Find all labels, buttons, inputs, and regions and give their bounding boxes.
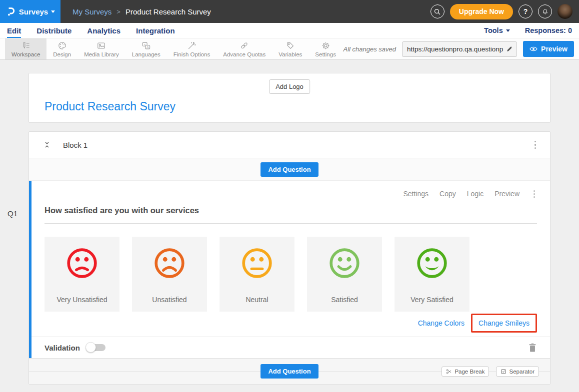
save-status: All changes saved (344, 45, 396, 53)
add-question-button-bottom[interactable]: Add Question (260, 364, 318, 379)
collapse-block-button[interactable] (41, 139, 53, 151)
question-text[interactable]: How satisfied are you with our services (44, 206, 537, 224)
smiley-label: Satisfied (331, 296, 358, 304)
svg-text:A: A (146, 45, 148, 48)
toolbar-item-label: Media Library (84, 51, 119, 57)
editor-toolbar: Workspace Design Media Library xA Langua… (0, 38, 579, 60)
survey-editor-page: Surveys My Surveys > Product Research Su… (0, 0, 579, 392)
search-icon (434, 8, 441, 15)
add-logo-button[interactable]: Add Logo (269, 79, 310, 94)
smiley-face-icon (153, 247, 186, 280)
toolbar-item-advance-quotas[interactable]: Advance Quotas (216, 38, 272, 59)
eye-icon (530, 46, 538, 52)
delete-question-button[interactable] (528, 343, 537, 353)
smiley-label: Very Unsatisfied (56, 296, 107, 304)
question-copy-link[interactable]: Copy (440, 190, 456, 198)
tab-distribute[interactable]: Distribute (36, 23, 72, 38)
trash-icon (528, 343, 537, 353)
bell-icon (542, 8, 549, 15)
toolbar-item-settings[interactable]: Settings (308, 38, 342, 59)
question-actions: Settings Copy Logic Preview (44, 189, 537, 199)
tools-dropdown[interactable]: Tools (484, 26, 510, 34)
tab-analytics[interactable]: Analytics (87, 23, 120, 38)
smiley-option[interactable]: Very Unsatisfied (44, 237, 120, 312)
nav-tabs: Edit Distribute Analytics Integration (7, 23, 175, 38)
toolbar-item-media-library[interactable]: Media Library (78, 38, 126, 59)
scissors-icon (446, 369, 452, 375)
change-colors-link[interactable]: Change Colors (418, 319, 464, 327)
question-card: Settings Copy Logic Preview How satisfie… (29, 181, 550, 358)
product-menu[interactable]: Surveys (0, 0, 60, 23)
questionpro-logo-icon (6, 6, 16, 16)
toolbar-item-variables[interactable]: Variables (272, 38, 308, 59)
smiley-option[interactable]: Neutral (220, 237, 294, 312)
smiley-row: Very Unsatisfied Unsatisfied Neutral Sat… (44, 237, 537, 312)
toolbar-item-languages[interactable]: xA Languages (126, 38, 167, 59)
breadcrumb-separator: > (116, 8, 120, 15)
question-menu-kebab-icon[interactable] (532, 188, 537, 200)
page-break-button[interactable]: Page Break (442, 367, 489, 377)
block-menu-kebab-icon[interactable] (532, 139, 538, 151)
search-button[interactable] (430, 4, 444, 18)
smiley-face-icon (416, 247, 448, 280)
tools-label: Tools (484, 26, 503, 34)
add-question-row-top: Add Question (29, 158, 550, 181)
topbar-actions: Upgrade Now ? (430, 4, 579, 19)
survey-title[interactable]: Product Research Survey (44, 100, 176, 113)
toolbar-right: All changes saved Preview (344, 38, 579, 59)
question-mark-icon: ? (524, 7, 528, 15)
responses-count: Responses: 0 (525, 26, 572, 34)
chevron-down-icon (506, 29, 510, 32)
palette-icon (58, 41, 67, 50)
breadcrumb-current: Product Research Survey (126, 7, 211, 16)
toolbar-item-design[interactable]: Design (46, 38, 78, 59)
change-smileys-link[interactable]: Change Smileys (478, 319, 530, 327)
question-content: Settings Copy Logic Preview How satisfie… (32, 181, 550, 337)
survey-url-box (402, 41, 517, 57)
nav-right: Tools Responses: 0 (484, 26, 572, 34)
preview-button[interactable]: Preview (523, 41, 574, 57)
block-title[interactable]: Block 1 (63, 141, 88, 149)
toolbar-item-finish-options[interactable]: Finish Options (167, 38, 217, 59)
question-id-label: Q1 (8, 209, 18, 218)
notifications-button[interactable] (538, 4, 552, 18)
question-preview-link[interactable]: Preview (494, 190, 520, 198)
question-settings-link[interactable]: Settings (403, 190, 428, 198)
user-avatar[interactable] (558, 4, 572, 19)
collapse-icon (43, 140, 51, 149)
breadcrumb-parent-link[interactable]: My Surveys (72, 7, 112, 16)
block-footer: Add Question Page Break Separator (29, 358, 550, 384)
toolbar-item-label: Finish Options (174, 51, 210, 57)
edit-pencil-icon[interactable] (506, 45, 513, 52)
help-button[interactable]: ? (518, 4, 532, 18)
smiley-label: Neutral (246, 296, 268, 304)
question-logic-link[interactable]: Logic (467, 190, 484, 198)
smiley-face-icon (328, 247, 361, 280)
main-nav: Edit Distribute Analytics Integration To… (0, 23, 579, 38)
image-icon (96, 41, 106, 50)
smiley-option[interactable]: Satisfied (307, 237, 382, 312)
survey-url-input[interactable] (407, 45, 504, 53)
tab-integration[interactable]: Integration (136, 23, 175, 38)
upgrade-now-button[interactable]: Upgrade Now (450, 4, 513, 19)
smiley-option[interactable]: Unsatisfied (132, 237, 207, 312)
block-header: Block 1 (29, 132, 550, 158)
toolbar-item-workspace[interactable]: Workspace (5, 38, 46, 59)
footer-right-buttons: Page Break Separator (442, 367, 539, 377)
validation-toggle[interactable] (86, 344, 106, 351)
wand-icon (187, 41, 196, 50)
workspace-icon (21, 41, 30, 50)
toolbar-item-label: Workspace (12, 51, 40, 57)
breadcrumb: My Surveys > Product Research Survey (72, 7, 211, 16)
separator-button[interactable]: Separator (496, 367, 539, 377)
add-question-button-top[interactable]: Add Question (260, 162, 318, 177)
chain-links-icon (240, 41, 249, 50)
smiley-face-icon (240, 247, 274, 280)
tab-edit[interactable]: Edit (7, 23, 21, 38)
separator-label: Separator (509, 369, 534, 375)
survey-header-card: Add Logo Product Research Survey (28, 73, 550, 123)
validation-label: Validation (44, 344, 80, 352)
smiley-option[interactable]: Very Satisfied (394, 237, 470, 312)
checkbox-icon (500, 369, 506, 375)
product-menu-label: Surveys (19, 7, 48, 16)
